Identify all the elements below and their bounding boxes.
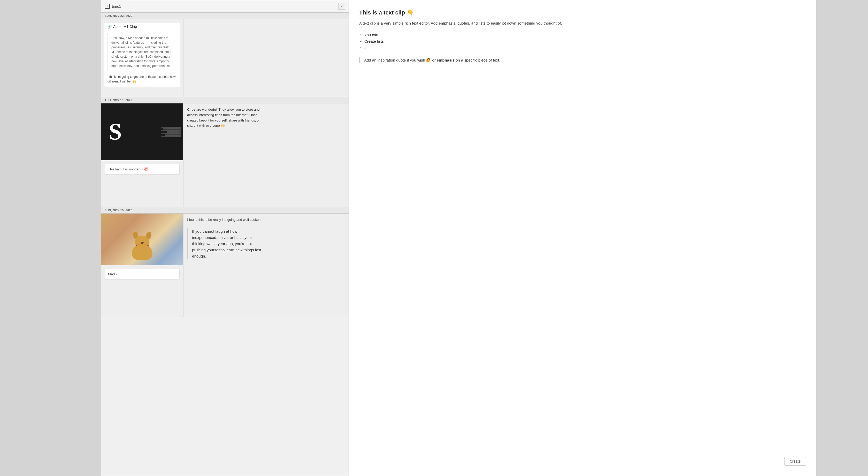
create-button[interactable]: Create [784,457,806,466]
bullet-list: You can Create lists or.. [359,32,806,51]
kbd-key [163,133,165,134]
dog-note-text: MAXX [108,272,118,276]
kbd-key [179,130,181,131]
window-content: SUN, NOV 22, 2020 🔗 Apple M1 Chip Until … [101,12,349,476]
date-header-3: SUN, NOV 15, 2020 [101,207,349,214]
date-header-2: THU, NOV 19, 2020 [101,97,349,103]
kbd-key [171,127,173,128]
clips-text: are wonderful. They allow you to store a… [187,108,260,127]
dog-body [132,245,152,260]
window-icon: t [105,4,110,9]
kbd-key [177,127,179,128]
kbd-key [169,128,171,129]
kbd-key [163,127,165,128]
kbd-key [161,127,162,128]
kbd-key [173,131,175,132]
kbd-key [173,130,175,131]
link-icon: 🔗 [107,25,112,29]
clip-col-3-1: MAXX [101,214,183,317]
kbd-key [177,136,179,137]
kbd-row-3 [158,130,181,131]
quote-text: If you cannot laugh at how inexperienced… [192,229,261,258]
kbd-key [161,136,162,137]
window-icon-letter: t [107,5,107,8]
kbd-key [169,130,171,131]
quote-blockquote: If you cannot laugh at how inexperienced… [187,228,262,259]
kbd-key [179,135,181,136]
kbd-key [165,128,167,129]
kbd-key [169,133,171,134]
kbd-key [171,133,173,134]
kbd-key [177,135,179,136]
clips-row-1: 🔗 Apple M1 Chip Until now, a Mac needed … [101,19,349,97]
dog-image[interactable] [101,214,183,265]
kbd-key [177,133,179,134]
kbd-key [165,127,167,128]
kbd-key [161,130,162,131]
dog-note-card[interactable]: MAXX [105,269,180,279]
kbd-key [173,136,175,137]
kbd-key [171,128,173,129]
kbd-key [179,133,181,134]
big-s-letter: S [109,120,122,144]
clip-col-2-2: Clips are wonderful. They allow you to s… [183,103,266,207]
kbd-key [175,130,177,131]
clip-col-2-3 [266,103,349,207]
kbd-key [169,136,171,137]
panel-title: This is a text clip 👇 [359,9,806,16]
clip-footer-text: I think I'm going to get one of these – … [104,73,180,87]
clips-row-2: S [101,103,349,207]
kbd-key [171,130,173,131]
kbd-key [161,133,162,134]
clip-col-1-3 [266,19,349,97]
kbd-key [165,135,167,136]
kbd-key [167,133,169,134]
window-title-left: t timc1 [105,4,121,9]
kbd-key [179,131,181,132]
kbd-row-2 [158,128,181,129]
clips-description: Clips are wonderful. They allow you to s… [183,103,266,132]
panel-title-emoji: 👇 [407,9,414,16]
kbd-row-6 [158,135,181,136]
kbd-key [177,128,179,129]
clips-row-3: MAXX I found this to be really intriguin… [101,214,349,317]
kbd-key [177,131,179,132]
clip-col-1-1: 🔗 Apple M1 Chip Until now, a Mac needed … [101,19,183,97]
kbd-key [169,135,171,136]
bullet-item-2: Create lists [359,38,806,44]
left-background [0,0,101,476]
quote-intro-text: I found this to be really intriguing and… [187,218,261,221]
kbd-key [179,128,181,129]
panel-description: A text clip is a very simple rich text e… [359,20,806,26]
kbd-key [167,135,169,136]
kbd-key [167,131,169,132]
window-title: timc1 [112,4,121,8]
bullet-item-3: or.. [359,44,806,51]
window-titlebar: t timc1 × [101,0,349,12]
kbd-key [167,128,169,129]
blockquote-bold-emphasis: emphasis [437,58,455,62]
clip-link-title: Apple M1 Chip [113,25,137,29]
s-image-cell[interactable]: S [101,103,183,160]
kbd-key [175,131,177,132]
right-panel: This is a text clip 👇 A text clip is a v… [349,0,816,476]
quote-intro: I found this to be really intriguing and… [183,214,266,226]
kbd-key [169,131,171,132]
kbd-key [177,130,179,131]
kbd-key [179,127,181,128]
layout-note-card[interactable]: This layout is wonderful 💯 [105,164,180,175]
apple-m1-card[interactable]: 🔗 Apple M1 Chip Until now, a Mac needed … [104,22,180,87]
panel-title-text: This is a text clip [359,9,405,16]
kbd-key [171,136,173,137]
kbd-key [173,135,175,136]
kbd-key [169,127,171,128]
kbd-row-4 [158,131,181,132]
keyboard-overlay [158,106,181,158]
kbd-key [167,127,169,128]
layout-note-text: This layout is wonderful 💯 [108,167,148,171]
close-button[interactable]: × [338,3,345,9]
clip-col-3-3 [266,214,349,317]
kbd-key [163,130,165,131]
kbd-key [167,130,169,131]
kbd-key [171,135,173,136]
